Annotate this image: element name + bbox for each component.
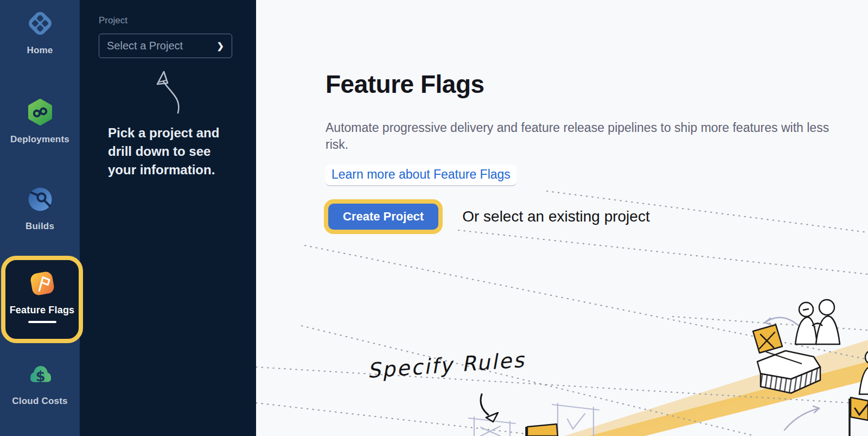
sidebar-item-home[interactable]: Home (0, 9, 80, 56)
page-title: Feature Flags (326, 69, 484, 99)
create-project-highlight-annotation: Create Project (324, 199, 443, 234)
home-icon (25, 9, 55, 38)
feature-flags-icon (27, 268, 58, 299)
people-sketch (795, 300, 840, 344)
sketch-arrow-down (481, 394, 498, 422)
sidebar-item-feature-flags[interactable]: Feature Flags (1, 256, 83, 343)
page-description: Automate progressive delivery and featur… (326, 119, 849, 153)
chevron-right-icon: ❯ (217, 41, 224, 51)
or-select-text: Or select an existing project (462, 208, 650, 225)
project-select-dropdown[interactable]: Select a Project ❯ (99, 34, 232, 58)
deployments-icon (25, 98, 55, 127)
create-project-button[interactable]: Create Project (328, 204, 438, 230)
arrow-sketch-icon (131, 65, 188, 117)
main-content: Specify Rules Feature Flags Automate pro… (256, 0, 868, 436)
cta-row: Create Project Or select an existing pro… (324, 199, 650, 234)
learn-more-link[interactable]: Learn more about Feature Flags (326, 165, 516, 186)
check-flag (850, 397, 868, 436)
cloud-costs-icon: $ (25, 359, 55, 389)
active-module-indicator (28, 321, 56, 323)
project-label: Project (99, 15, 127, 26)
sidebar-item-label: Feature Flags (10, 305, 75, 316)
sidebar-item-builds[interactable]: Builds (0, 185, 80, 232)
sidebar-item-label: Deployments (10, 134, 69, 145)
project-panel: Project Select a Project ❯ Pick a projec… (80, 0, 256, 436)
dollar-glyph: $ (35, 368, 45, 384)
project-select-placeholder: Select a Project (107, 40, 183, 52)
sidebar-item-deployments[interactable]: Deployments (0, 98, 80, 145)
sidebar-item-cloud-costs[interactable]: $ Cloud Costs (0, 359, 80, 407)
sidebar-item-label: Home (27, 45, 53, 56)
builds-icon (25, 185, 55, 214)
project-hint-text: Pick a project and drill down to see you… (108, 124, 228, 179)
module-sidebar: Home Deployments (0, 0, 80, 436)
sidebar-item-label: Cloud Costs (12, 396, 67, 407)
illustration-caption: Specify Rules (367, 348, 526, 383)
sidebar-item-label: Builds (25, 221, 54, 232)
yellow-flag-bottom (526, 424, 558, 436)
app-window: Home Deployments (0, 0, 868, 436)
